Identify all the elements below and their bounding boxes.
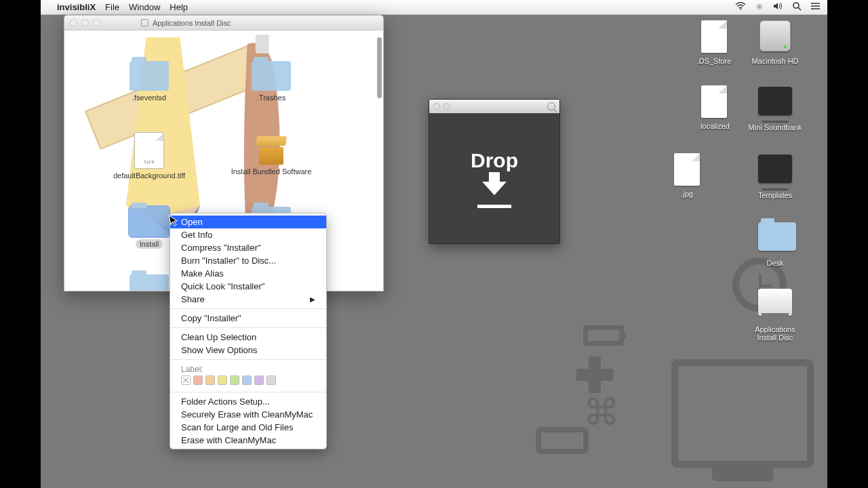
app-icon <box>758 155 792 183</box>
menubar-file[interactable]: File <box>105 2 119 12</box>
app-icon <box>758 87 792 115</box>
finder-titlebar[interactable]: Applications Install Disc <box>64 16 383 30</box>
finder-title: Applications Install Disc <box>153 19 231 27</box>
drop-label: Drop <box>471 149 518 172</box>
finder-item-label: defaultBackground.tiff <box>98 171 200 180</box>
minimize-icon[interactable] <box>81 19 89 26</box>
file-icon: TIFF <box>134 132 164 169</box>
context-menu-item[interactable]: Share▶ <box>170 293 326 306</box>
finder-item-label: Install Bundled Software <box>220 167 322 176</box>
context-menu-item[interactable]: Compress "Installer" <box>170 241 326 254</box>
label-swatch[interactable] <box>181 375 191 385</box>
context-menu-item[interactable]: Erase with CleanMyMac <box>170 434 326 447</box>
desktop-icon-label: .jpg <box>656 190 717 198</box>
harddrive-icon <box>760 20 791 52</box>
wifi-icon[interactable] <box>735 1 746 13</box>
traffic-lights[interactable] <box>70 19 100 26</box>
finder-item[interactable]: TIFFdefaultBackground.tiff <box>98 132 200 180</box>
context-menu-item[interactable]: Securely Erase with CleanMyMac <box>170 408 326 421</box>
desktop-icon-label: Applications Install Disc <box>745 325 806 342</box>
bluetooth-icon[interactable]: ✳ <box>755 1 764 13</box>
svg-rect-14 <box>256 35 269 54</box>
scrollbar[interactable] <box>377 37 382 98</box>
desktop-icon[interactable]: Applications Install Disc <box>745 286 806 342</box>
menubar-app-name[interactable]: invisibliX <box>57 2 96 12</box>
drop-titlebar[interactable] <box>429 100 559 113</box>
notification-center-icon[interactable] <box>811 1 821 13</box>
desktop-icon-label: .DS_Store <box>684 57 745 65</box>
label-swatch[interactable] <box>205 375 215 385</box>
svg-line-2 <box>798 7 801 10</box>
folder-icon <box>130 274 169 291</box>
svg-point-7 <box>811 5 812 7</box>
label-swatch[interactable] <box>254 375 264 385</box>
svg-point-8 <box>811 8 812 9</box>
desktop-icon[interactable]: .jpg <box>656 153 717 198</box>
svg-point-6 <box>811 3 812 4</box>
desktop-icon[interactable]: .DS_Store <box>684 20 745 65</box>
drop-window: Drop <box>429 99 560 244</box>
label-color-swatches <box>170 375 326 389</box>
context-menu-item[interactable]: Burn "Installer" to Disc... <box>170 254 326 267</box>
desktop-icon-label: .localized <box>684 122 745 130</box>
context-menu: OpenGet InfoCompress "Installer"Burn "In… <box>170 213 327 449</box>
package-icon <box>254 132 289 165</box>
document-icon <box>701 85 727 118</box>
context-menu-item[interactable]: Folder Actions Setup... <box>170 395 326 408</box>
document-icon <box>701 20 727 53</box>
zoom-icon[interactable] <box>93 19 100 26</box>
label-swatch[interactable] <box>267 375 276 385</box>
label-swatch[interactable] <box>193 375 203 385</box>
context-menu-item[interactable]: Make Alias <box>170 267 326 280</box>
context-menu-item[interactable]: Get Info <box>170 228 326 241</box>
finder-item[interactable]: .fseventsd <box>98 61 200 102</box>
download-arrow-icon <box>482 182 507 195</box>
desktop-icon[interactable]: Templates <box>745 153 806 199</box>
label-swatch[interactable] <box>242 375 252 385</box>
context-menu-item[interactable]: Open <box>170 216 326 228</box>
context-menu-item[interactable]: Quick Look "Installer" <box>170 280 326 293</box>
desktop-icon[interactable]: .localized <box>684 85 745 130</box>
finder-item[interactable]: .Trashes <box>220 61 322 102</box>
desktop-icon[interactable]: Desk <box>745 220 806 267</box>
spotlight-icon[interactable] <box>792 1 802 13</box>
finder-item-label: .fseventsd <box>98 94 200 102</box>
desktop-icon-label: Desk <box>745 259 806 267</box>
disc-icon <box>758 289 792 316</box>
close-icon[interactable] <box>70 19 77 26</box>
folder-icon <box>130 61 169 91</box>
context-menu-item[interactable]: Show View Options <box>170 344 326 357</box>
document-icon <box>674 153 700 186</box>
finder-item-label: .Trashes <box>220 94 322 102</box>
svg-point-1 <box>793 3 799 8</box>
label-swatch[interactable] <box>230 375 239 385</box>
menubar-help[interactable]: Help <box>170 2 188 12</box>
minimize-icon[interactable] <box>443 103 450 110</box>
context-menu-item[interactable]: Clean Up Selection <box>170 331 326 344</box>
context-menu-label-header: Label: <box>170 363 326 375</box>
folder-icon <box>758 222 796 251</box>
context-menu-item[interactable]: Copy "Installer" <box>170 312 326 325</box>
desktop-icon-label: Templates <box>745 191 806 199</box>
chevron-right-icon: ▶ <box>310 296 315 303</box>
svg-point-0 <box>740 9 741 10</box>
desktop-icon-label: Mini Soundbank <box>745 123 806 131</box>
finder-item[interactable]: Install Bundled Software <box>220 132 322 176</box>
desktop-icon-label: Macintosh HD <box>745 57 806 65</box>
drop-zone[interactable]: Drop <box>429 113 559 243</box>
menubar: invisibliX File Window Help ✳ <box>41 0 827 15</box>
finder-title-proxy-icon <box>141 19 149 26</box>
volume-icon[interactable] <box>773 1 783 13</box>
desktop-icon[interactable]: Mini Soundbank <box>745 85 806 131</box>
desktop-icon[interactable]: Macintosh HD <box>745 20 806 65</box>
label-swatch[interactable] <box>218 375 227 385</box>
folder-icon <box>252 61 291 91</box>
close-icon[interactable] <box>433 103 440 110</box>
search-icon[interactable] <box>547 102 555 110</box>
folder-icon <box>130 207 169 237</box>
menubar-window[interactable]: Window <box>129 2 160 12</box>
context-menu-item[interactable]: Scan for Large and Old Files <box>170 421 326 434</box>
